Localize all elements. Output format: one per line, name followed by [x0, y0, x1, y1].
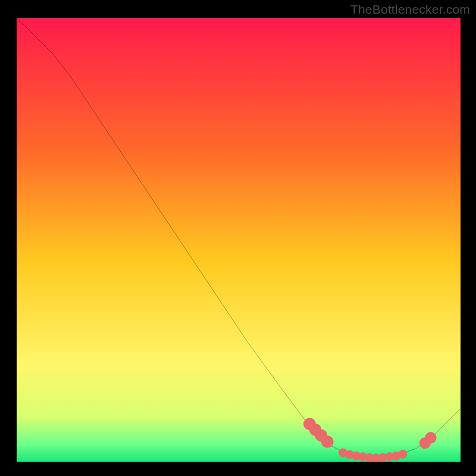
chart-frame: TheBottlenecker.com [0, 0, 476, 476]
curve-marker [399, 450, 408, 459]
curve-marker [321, 436, 334, 448]
bottleneck-chart [17, 18, 461, 462]
attribution-text: TheBottlenecker.com [350, 2, 470, 17]
gradient-background [17, 18, 461, 462]
curve-marker [425, 432, 436, 443]
